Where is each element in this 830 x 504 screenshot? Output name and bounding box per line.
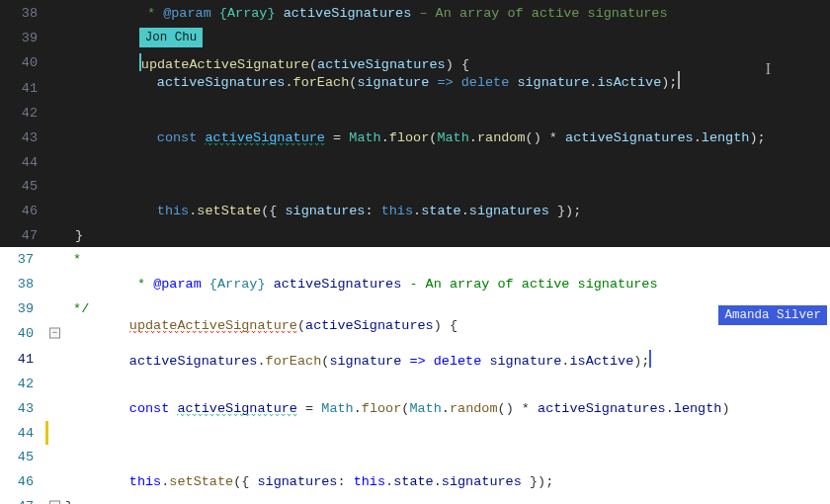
line-number: 40 [0, 55, 51, 70]
code-line[interactable]: 44 [0, 421, 830, 445]
line-number: 46 [0, 204, 51, 218]
code-line[interactable]: 41 activeSignatures.forEach(signature =>… [0, 346, 830, 372]
editor-pane-dark[interactable]: 38 * @param {Array} activeSignatures – A… [0, 0, 830, 247]
line-number: 45 [0, 179, 51, 194]
variable-name: activeSignature [205, 130, 325, 146]
code-line[interactable]: 44 [0, 150, 830, 174]
line-number: 42 [0, 377, 51, 391]
line-number: 40 [0, 326, 51, 341]
code-line[interactable]: 47 } [0, 223, 830, 247]
code-line[interactable]: 47 − } [0, 494, 830, 504]
line-number: 46 [0, 474, 51, 489]
line-number: 47 [0, 228, 51, 243]
line-number: 42 [0, 106, 51, 121]
line-number: 41 [0, 81, 51, 96]
line-number: 38 [0, 277, 51, 292]
split-diff-editor: 38 * @param {Array} activeSignatures – A… [0, 0, 830, 504]
line-number: 43 [0, 401, 51, 416]
collaborator-tag-amanda[interactable]: Amanda Silver [718, 305, 827, 325]
line-number: 45 [0, 450, 51, 464]
code-line[interactable]: 43 const activeSignature = Math.floor(Ma… [0, 125, 830, 150]
line-number: 37 [0, 252, 51, 267]
line-number: 47 [0, 499, 51, 505]
line-number: 44 [0, 155, 51, 170]
remote-cursor-icon [649, 350, 651, 368]
code-line[interactable]: 46 this.setState({ signatures: this.stat… [0, 468, 830, 494]
line-number: 38 [0, 6, 51, 21]
line-number: 44 [0, 426, 51, 441]
code-line[interactable]: 38 * @param {Array} activeSignatures - A… [0, 271, 830, 296]
code-line[interactable]: 41 activeSignatures.forEach(signature =>… [0, 75, 830, 101]
code-line[interactable]: 43 const activeSignature = Math.floor(Ma… [0, 395, 830, 421]
ibeam-cursor-icon: I [766, 60, 771, 78]
line-number: 39 [0, 301, 51, 316]
editor-pane-light[interactable]: 37 * 38 * @param {Array} activeSignature… [0, 247, 830, 504]
code-line[interactable]: 46 this.setState({ signatures: this.stat… [0, 198, 830, 223]
function-name: updateActiveSignature [129, 318, 297, 334]
line-number: 43 [0, 130, 51, 145]
text-cursor-icon [678, 71, 680, 89]
line-number: 41 [0, 352, 51, 367]
line-number: 39 [0, 31, 51, 45]
